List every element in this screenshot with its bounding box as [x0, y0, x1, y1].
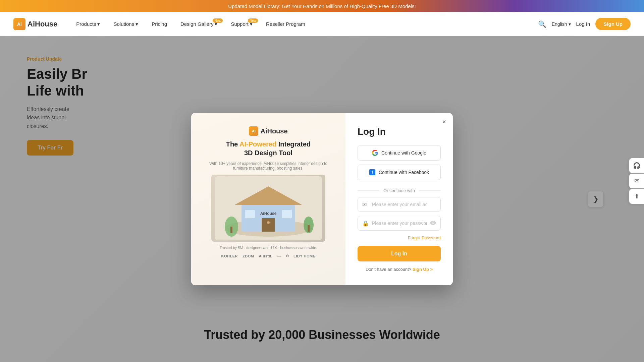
modal-logo-name: AiHouse: [260, 127, 287, 135]
email-input[interactable]: [358, 197, 441, 212]
modal-tagline: The AI-Powered Integrated3D Design Tool: [226, 140, 311, 157]
nav-products[interactable]: Products ▾: [71, 18, 105, 30]
search-button[interactable]: 🔍: [538, 20, 546, 28]
brand-kohler: KOHLER: [221, 254, 238, 258]
trusted-by-text: Trusted by 5M+ designers and 17K+ busine…: [220, 246, 317, 250]
header-actions: 🔍 English ▾ Log In Sign Up: [538, 18, 631, 30]
login-submit-button[interactable]: Log In: [358, 246, 441, 261]
signup-link-button[interactable]: Sign Up >: [413, 267, 433, 272]
design-gallery-badge: New: [213, 18, 223, 23]
svg-text:AiHouse: AiHouse: [260, 211, 277, 216]
logo-text: AiHouse: [28, 20, 57, 28]
or-divider: Or continue with: [358, 188, 441, 193]
nav-solutions[interactable]: Solutions ▾: [108, 18, 144, 30]
nav-support[interactable]: Support ▾ New: [225, 18, 258, 30]
forgot-password-link[interactable]: Forgot Password: [408, 235, 441, 240]
modal-logo-icon: Ai: [249, 126, 258, 136]
nav-reseller[interactable]: Reseller Program: [261, 18, 311, 29]
svg-rect-5: [245, 210, 255, 218]
modal-title: Log In: [358, 126, 441, 137]
login-button[interactable]: Log In: [576, 21, 590, 27]
modal-left-panel: Ai AiHouse The AI-Powered Integrated3D D…: [191, 113, 345, 285]
google-icon: [372, 150, 378, 156]
brand-lidy: LIDY HOME: [293, 254, 315, 258]
modal-right-panel: × Log In Continue with Google f Continue: [345, 113, 453, 285]
header: Ai AiHouse Products ▾ Solutions ▾ Pricin…: [0, 12, 644, 36]
no-account-text: Don't have an account?: [366, 267, 411, 272]
banner-text: Updated Model Library: Get Your Hands on…: [228, 3, 416, 9]
top-banner: Updated Model Library: Get Your Hands on…: [0, 0, 644, 12]
brand-logos: KOHLER ZBOM Alustil. — ⊙ LIDY HOME: [221, 254, 316, 258]
nav-design-gallery[interactable]: Design Gallery ▾ New: [175, 18, 223, 30]
modal-sub-text: With 10+ years of experience, AiHouse si…: [203, 161, 333, 171]
scroll-top-button[interactable]: ⬆: [629, 189, 644, 204]
email-input-wrapper: ✉: [358, 197, 441, 212]
logo[interactable]: Ai AiHouse: [13, 18, 57, 30]
svg-rect-6: [282, 210, 292, 218]
password-input-wrapper: 🔒: [358, 216, 441, 231]
modal-illustration: AiHouse: [211, 175, 325, 242]
svg-rect-10: [230, 227, 232, 233]
main-content: Product Update Easily Br Life with Effor…: [0, 36, 644, 362]
google-btn-label: Continue with Google: [381, 150, 426, 156]
headset-icon: 🎧: [633, 162, 640, 169]
email-float-button[interactable]: ✉: [629, 174, 644, 188]
logo-icon: Ai: [13, 18, 25, 30]
modal-close-button[interactable]: ×: [439, 117, 449, 126]
language-selector[interactable]: English ▾: [552, 21, 571, 27]
lock-icon: 🔒: [362, 220, 369, 227]
floating-action-panel: 🎧 ✉ ⬆: [629, 158, 644, 204]
svg-rect-4: [262, 218, 275, 232]
signup-prompt: Don't have an account? Sign Up >: [358, 267, 441, 272]
support-float-button[interactable]: 🎧: [629, 158, 644, 173]
or-text: Or continue with: [383, 188, 415, 193]
main-nav: Products ▾ Solutions ▾ Pricing Design Ga…: [71, 18, 538, 30]
google-login-button[interactable]: Continue with Google: [358, 145, 441, 161]
login-modal: Ai AiHouse The AI-Powered Integrated3D D…: [191, 113, 453, 285]
arrow-up-icon: ⬆: [634, 193, 639, 200]
facebook-login-button[interactable]: f Continue with Facebook: [358, 165, 441, 180]
brand-alustil: Alustil.: [259, 254, 272, 258]
facebook-icon: f: [369, 169, 375, 175]
modal-logo: Ai AiHouse: [249, 126, 287, 136]
svg-point-12: [267, 221, 270, 224]
support-badge: New: [248, 18, 258, 23]
signup-button[interactable]: Sign Up: [595, 18, 631, 30]
house-svg: AiHouse: [215, 176, 322, 240]
email-icon: ✉: [362, 201, 367, 208]
facebook-btn-label: Continue with Facebook: [379, 170, 429, 175]
brand-5: ⊙: [286, 254, 289, 258]
brand-4: —: [277, 254, 281, 258]
mail-icon: ✉: [634, 177, 639, 185]
svg-rect-11: [308, 225, 310, 232]
brand-zbom: ZBOM: [243, 254, 254, 258]
forgot-password-section: Forgot Password: [358, 235, 441, 241]
toggle-password-button[interactable]: [430, 220, 436, 226]
nav-pricing[interactable]: Pricing: [146, 18, 172, 29]
password-input[interactable]: [358, 216, 441, 231]
